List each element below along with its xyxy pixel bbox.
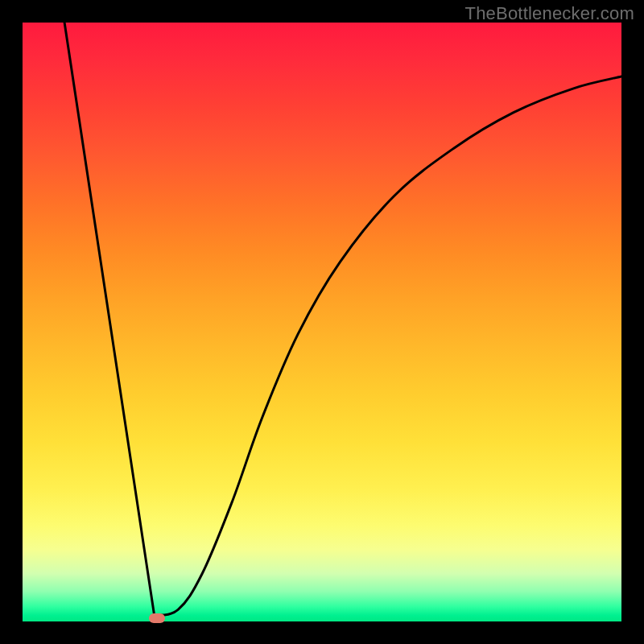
bottleneck-curve <box>23 23 621 621</box>
trough-marker <box>149 613 165 623</box>
curve-path <box>64 23 621 616</box>
chart-frame: TheBottlenecker.com <box>0 0 644 644</box>
watermark-text: TheBottlenecker.com <box>465 3 634 24</box>
plot-area <box>23 23 621 621</box>
